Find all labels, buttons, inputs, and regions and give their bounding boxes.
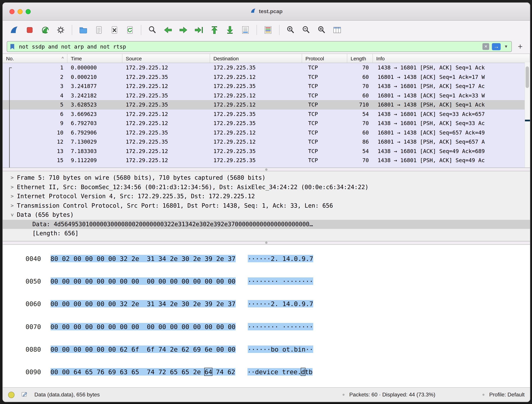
cell-destination: 172.29.225.12: [210, 72, 302, 82]
apply-filter-icon[interactable]: [492, 43, 501, 50]
column-header-no[interactable]: No.^: [3, 54, 67, 63]
packet-row[interactable]: 1 0.000000 172.29.225.12 172.29.225.35 T…: [3, 63, 530, 72]
hex-ascii[interactable]: ······2. 14.0.9.7: [248, 255, 313, 262]
packet-row[interactable]: 6 3.669623 172.29.225.12 172.29.225.35 T…: [3, 109, 530, 119]
hex-bytes[interactable]: 00 00 00 00 00 00 00 00 00 00 00 00 00 0…: [51, 278, 235, 285]
cell-info: 1438 → 16801 [ACK] Seq=33 Ack=657: [373, 109, 530, 119]
status-profile[interactable]: Profile: Default: [489, 392, 525, 398]
hex-row[interactable]: 008000 00 00 00 00 00 62 6f 6f 74 2e 62 …: [10, 338, 530, 360]
hex-ascii[interactable]: ········ ········: [248, 323, 313, 330]
cell-protocol: TCP: [302, 128, 347, 137]
packet-list-scrollbar[interactable]: [525, 62, 530, 168]
display-filter-input[interactable]: not ssdp and not arp and not rtsp: [7, 41, 512, 52]
packet-row[interactable]: 2 0.000210 172.29.225.35 172.29.225.12 T…: [3, 72, 530, 82]
open-file-button[interactable]: [76, 23, 91, 37]
filter-expression-text[interactable]: not ssdp and not arp and not rtsp: [19, 43, 482, 50]
expander-icon[interactable]: [7, 192, 17, 201]
zoom-in-icon: [286, 25, 295, 35]
zoom-out-button[interactable]: [299, 23, 314, 37]
hex-row[interactable]: 005000 00 00 00 00 00 00 00 00 00 00 00 …: [10, 270, 530, 292]
cell-no: 5: [3, 100, 67, 109]
start-capture-button[interactable]: [7, 23, 22, 37]
hex-bytes[interactable]: 00 00 00 00 00 00 32 2e 31 34 2e 30 2e 3…: [51, 300, 235, 308]
colorize-button[interactable]: [261, 23, 275, 37]
expander-icon[interactable]: [7, 201, 17, 210]
zoom-in-button[interactable]: [283, 23, 298, 37]
packet-row[interactable]: 16 9.112418 172.29.225.35 172.29.225.12 …: [3, 165, 530, 168]
cell-info: 16801 → 1438 [ACK] Seq=1 Ack=33 W: [373, 91, 530, 100]
detail-tree-line[interactable]: Internet Protocol Version 4, Src: 172.29…: [3, 192, 530, 201]
column-header-info[interactable]: Info: [373, 54, 530, 63]
restart-capture-button[interactable]: [38, 23, 53, 37]
hex-row[interactable]: 00a000 00 75 49 6d 61 31 2e 31 2e 34 30 …: [10, 383, 530, 387]
previous-packet-button[interactable]: [160, 23, 175, 37]
dropdown-caret-icon[interactable]: [503, 44, 509, 49]
first-packet-button[interactable]: [207, 23, 222, 37]
last-packet-button[interactable]: [222, 23, 237, 37]
detail-tree-line[interactable]: Transmission Control Protocol, Src Port:…: [3, 201, 530, 210]
column-header-protocol[interactable]: Protocol: [302, 54, 347, 63]
hex-bytes[interactable]: 00 00 00 00 00 00 62 6f 6f 74 2e 62 69 6…: [51, 346, 235, 353]
packet-row[interactable]: 3 3.241877 172.29.225.12 172.29.225.35 T…: [3, 82, 530, 91]
cell-destination: 172.29.225.35: [210, 156, 302, 165]
list-detail-splitter[interactable]: [3, 168, 530, 171]
packet-row[interactable]: 5 3.628523 172.29.225.35 172.29.225.12 T…: [3, 100, 530, 109]
hex-bytes[interactable]: 80 02 00 00 00 00 32 2e 31 34 2e 30 2e 3…: [51, 255, 235, 262]
zoom-reset-button[interactable]: [314, 23, 329, 37]
save-file-button[interactable]: [91, 23, 106, 37]
hex-row[interactable]: 007000 00 00 00 00 00 00 00 00 00 00 00 …: [10, 315, 530, 338]
hex-ascii[interactable]: ······bo ot.bin··: [248, 346, 313, 353]
hex-bytes[interactable]: 00 00 00 00 00 00 00 00 00 00 00 00 00 0…: [51, 323, 235, 330]
packet-row[interactable]: 13 7.183303 172.29.225.12 172.29.225.35 …: [3, 146, 530, 156]
hex-ascii[interactable]: ······2. 14.0.9.7: [248, 300, 313, 308]
packet-row[interactable]: 10 6.792906 172.29.225.35 172.29.225.12 …: [3, 128, 530, 137]
detail-tree-line[interactable]: Frame 5: 710 bytes on wire (5680 bits), …: [3, 173, 530, 183]
packet-row[interactable]: 9 6.792703 172.29.225.12 172.29.225.35 T…: [3, 119, 530, 128]
hex-row[interactable]: 004080 02 00 00 00 00 32 2e 31 34 2e 30 …: [10, 247, 530, 270]
detail-tree-line[interactable]: Data: 4d56495301000003000080020000000322…: [3, 220, 530, 229]
auto-scroll-button[interactable]: [238, 23, 253, 37]
clear-filter-icon[interactable]: [482, 43, 489, 50]
previous-packet-icon: [163, 25, 173, 35]
detail-tree-line[interactable]: [Length: 656]: [3, 229, 530, 238]
go-to-packet-button[interactable]: [191, 23, 206, 37]
cell-length: 54: [347, 146, 373, 156]
packet-row[interactable]: 12 7.130029 172.29.225.35 172.29.225.12 …: [3, 137, 530, 146]
detail-tree-line[interactable]: Data (656 bytes): [3, 210, 530, 220]
find-packet-button[interactable]: [145, 23, 160, 37]
hex-row[interactable]: 009000 00 64 65 76 69 63 65 74 72 65 65 …: [10, 360, 530, 383]
column-header-time[interactable]: Time: [67, 54, 122, 63]
cell-protocol: TCP: [302, 156, 347, 165]
expander-icon[interactable]: [7, 210, 17, 220]
expander-icon[interactable]: [7, 183, 17, 192]
expert-info-icon[interactable]: [8, 391, 14, 398]
packet-row[interactable]: 4 3.242182 172.29.225.35 172.29.225.12 T…: [3, 91, 530, 100]
status-bar: Data (data.data), 656 bytes Packets: 60 …: [3, 387, 530, 402]
stop-capture-button[interactable]: [22, 23, 37, 37]
zoom-window-button[interactable]: [26, 9, 31, 14]
zoom-reset-icon: [317, 25, 326, 35]
bookmark-icon[interactable]: [10, 43, 16, 50]
packet-row[interactable]: 15 9.112209 172.29.225.12 172.29.225.35 …: [3, 156, 530, 165]
add-filter-button[interactable]: +: [514, 41, 526, 51]
capture-options-button[interactable]: [53, 23, 68, 37]
hex-ascii[interactable]: ··device tree.dtb: [247, 368, 312, 376]
close-file-button[interactable]: [107, 23, 122, 37]
toolbar-separator: [279, 25, 279, 35]
column-header-destination[interactable]: Destination: [210, 54, 302, 63]
column-header-source[interactable]: Source: [122, 54, 210, 63]
hex-row[interactable]: 006000 00 00 00 00 00 32 2e 31 34 2e 30 …: [10, 293, 530, 315]
resize-columns-button[interactable]: [330, 23, 345, 37]
scrollbar-thumb[interactable]: [526, 66, 529, 88]
capture-comment-icon[interactable]: [21, 391, 28, 399]
close-window-button[interactable]: [9, 9, 14, 14]
detail-hex-splitter[interactable]: [3, 241, 530, 245]
hex-ascii[interactable]: ········ ········: [248, 278, 313, 285]
hex-bytes[interactable]: 00 00 64 65 76 69 63 65 74 72 65 65 2e 6…: [51, 368, 235, 376]
detail-tree-line[interactable]: Ethernet II, Src: BocomSec_12:34:56 (00:…: [3, 183, 530, 192]
minimize-window-button[interactable]: [18, 9, 23, 14]
reload-file-button[interactable]: [122, 23, 137, 37]
expander-icon[interactable]: [7, 173, 17, 183]
column-header-length[interactable]: Length: [347, 54, 373, 63]
next-packet-button[interactable]: [176, 23, 191, 37]
